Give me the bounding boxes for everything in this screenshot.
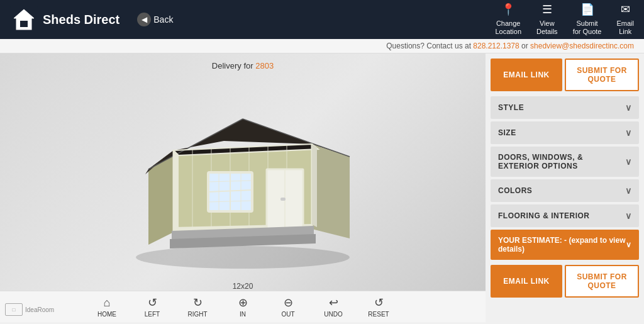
shed-size-label: 12x20	[233, 282, 253, 291]
nav-submit-quote-label: Submitfor Quote	[573, 20, 602, 36]
contact-phone[interactable]: 828.212.1378	[473, 42, 519, 50]
accordion-size-chevron: ∨	[625, 128, 632, 138]
undo-icon: ↩	[329, 296, 338, 310]
accordion-style-header[interactable]: STYLE ∨	[491, 96, 639, 119]
reset-icon: ↺	[374, 296, 384, 310]
home-button[interactable]: ⌂ HOME	[94, 296, 119, 318]
nav-change-location[interactable]: 📍 ChangeLocation	[495, 3, 521, 36]
back-icon: ◀	[137, 13, 151, 26]
accordion-doors-label: DOORS, WINDOWS, & EXTERIOR OPTIONS	[498, 153, 625, 170]
estimate-chevron: ∨	[626, 240, 631, 249]
rotate-left-button[interactable]: ↺ LEFT	[140, 296, 165, 318]
accordion-doors-windows: DOORS, WINDOWS, & EXTERIOR OPTIONS ∨	[491, 147, 639, 177]
accordion-colors-chevron: ∨	[625, 186, 632, 196]
accordion-size-header[interactable]: SIZE ∨	[491, 121, 639, 144]
logo: Sheds Direct	[10, 6, 119, 33]
top-action-buttons: EMAIL LINK SUBMIT FOR QUOTE	[491, 59, 639, 91]
or-text: or	[521, 42, 530, 50]
submit-quote-button-top[interactable]: SUBMIT FOR QUOTE	[565, 59, 639, 91]
estimate-label: YOUR ESTIMATE: - (expand to view details…	[498, 236, 626, 254]
home-icon: ⌂	[104, 296, 111, 310]
rotate-left-label: LEFT	[145, 311, 160, 318]
nav-view-details[interactable]: ☰ ViewDetails	[536, 3, 558, 36]
sub-header: Questions? Contact us at 828.212.1378 or…	[0, 39, 644, 53]
document-icon: 📄	[580, 3, 594, 17]
delivery-zip[interactable]: 2803	[255, 61, 274, 70]
rotate-right-label: RIGHT	[187, 311, 207, 318]
svg-rect-36	[280, 198, 286, 201]
accordion-flooring-label: FLOORING & INTERIOR	[498, 211, 590, 220]
shed-viewer: Delivery for 2803	[0, 53, 486, 322]
undo-label: UNDO	[324, 311, 342, 318]
email-icon: ✉	[621, 3, 630, 17]
reset-label: RESET	[368, 311, 389, 318]
rotate-right-button[interactable]: ↻ RIGHT	[185, 296, 210, 318]
accordion-style: STYLE ∨	[491, 96, 639, 119]
logo-icon-svg	[10, 6, 38, 33]
accordion-flooring-chevron: ∨	[625, 211, 632, 221]
accordion-colors-header[interactable]: COLORS ∨	[491, 179, 639, 202]
zoom-out-button[interactable]: ⊖ OUT	[275, 296, 301, 318]
accordion-flooring-header[interactable]: FLOORING & INTERIOR ∨	[491, 204, 639, 227]
zoom-in-icon: ⊕	[238, 296, 248, 310]
accordion-size: SIZE ∨	[491, 121, 639, 144]
nav-email-link[interactable]: ✉ EmailLink	[616, 3, 634, 36]
back-label: Back	[153, 14, 173, 25]
list-icon: ☰	[542, 3, 552, 17]
nav-actions: 📍 ChangeLocation ☰ ViewDetails 📄 Submitf…	[495, 3, 634, 36]
delivery-text: Delivery for	[212, 61, 255, 70]
nav-change-location-label: ChangeLocation	[495, 20, 521, 36]
right-panel: EMAIL LINK SUBMIT FOR QUOTE STYLE ∨ SIZE…	[486, 53, 644, 322]
accordion-size-label: SIZE	[498, 128, 516, 137]
estimate-header[interactable]: YOUR ESTIMATE: - (expand to view details…	[491, 230, 639, 260]
idearoom-badge: □ IdeaRoom	[5, 303, 54, 316]
main-layout: Delivery for 2803	[0, 53, 644, 322]
zoom-in-label: IN	[240, 311, 246, 318]
svg-marker-24	[312, 144, 317, 227]
accordion-doors-header[interactable]: DOORS, WINDOWS, & EXTERIOR OPTIONS ∨	[491, 147, 639, 177]
accordion-style-label: STYLE	[498, 103, 524, 112]
submit-quote-button-bottom[interactable]: SUBMIT FOR QUOTE	[565, 265, 639, 298]
accordion-flooring: FLOORING & INTERIOR ∨	[491, 204, 639, 227]
nav-view-details-label: ViewDetails	[536, 20, 558, 36]
rotate-right-icon: ↻	[193, 296, 203, 310]
accordion-colors: COLORS ∨	[491, 179, 639, 202]
accordion-doors-chevron: ∨	[625, 157, 632, 167]
contact-email[interactable]: shedview@shedsdirectinc.com	[530, 42, 634, 50]
email-link-button-top[interactable]: EMAIL LINK	[491, 59, 562, 91]
svg-marker-7	[148, 150, 174, 245]
accordion-style-chevron: ∨	[625, 103, 632, 113]
header: Sheds Direct ◀ Back 📍 ChangeLocation ☰ V…	[0, 0, 644, 39]
contact-text: Questions? Contact us at	[386, 42, 473, 50]
logo-text: Sheds Direct	[43, 13, 119, 26]
idearoom-icon: □	[5, 303, 23, 316]
rotate-left-icon: ↺	[148, 296, 157, 310]
svg-marker-23	[174, 150, 179, 232]
svg-rect-3	[20, 21, 28, 27]
delivery-label: Delivery for 2803	[0, 61, 486, 70]
email-link-button-bottom[interactable]: EMAIL LINK	[491, 265, 562, 298]
nav-submit-quote[interactable]: 📄 Submitfor Quote	[573, 3, 602, 36]
location-icon: 📍	[501, 3, 515, 17]
bottom-action-buttons: EMAIL LINK SUBMIT FOR QUOTE	[491, 265, 639, 298]
viewer-toolbar: □ IdeaRoom ⌂ HOME ↺ LEFT ↻ RIGHT ⊕ IN ⊖ …	[0, 291, 486, 322]
zoom-in-button[interactable]: ⊕ IN	[230, 296, 255, 318]
svg-marker-5	[312, 144, 350, 238]
logo-area: Sheds Direct ◀ Back	[10, 6, 173, 33]
reset-button[interactable]: ↺ RESET	[366, 296, 391, 318]
idearoom-label: IdeaRoom	[25, 306, 54, 313]
zoom-out-label: OUT	[281, 311, 294, 318]
accordion-colors-label: COLORS	[498, 186, 532, 195]
svg-point-4	[136, 246, 350, 269]
nav-email-link-label: EmailLink	[616, 20, 634, 36]
estimate-section: YOUR ESTIMATE: - (expand to view details…	[491, 230, 639, 260]
undo-button[interactable]: ↩ UNDO	[321, 296, 346, 318]
home-label: HOME	[97, 311, 116, 318]
back-button[interactable]: ◀ Back	[137, 13, 173, 26]
zoom-out-icon: ⊖	[284, 296, 293, 310]
shed-illustration	[111, 87, 375, 276]
